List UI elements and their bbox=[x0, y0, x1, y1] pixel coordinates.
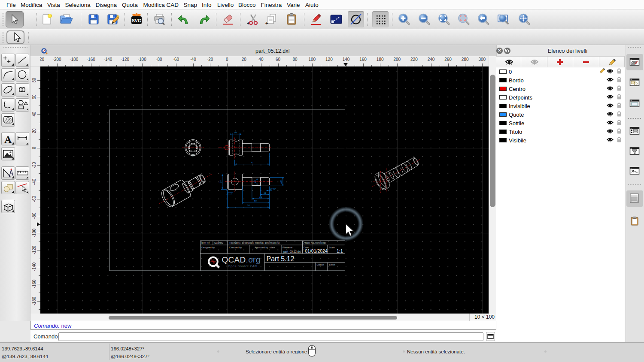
svg-text:1x45°: 1x45° bbox=[270, 187, 276, 190]
svg-text:.:: .: bbox=[253, 265, 255, 268]
svg-text:SVG: SVG bbox=[132, 18, 141, 23]
svg-text:Approved by - date: Approved by - date bbox=[255, 246, 275, 249]
svg-text:Item ref: Item ref bbox=[201, 241, 210, 244]
svg-text:18: 18 bbox=[219, 180, 222, 183]
svg-text:41: 41 bbox=[251, 161, 253, 164]
svg-text:Article No./Reference: Article No./Reference bbox=[304, 241, 326, 244]
svg-text:A: A bbox=[4, 133, 12, 145]
svg-text:Edition: Edition bbox=[317, 263, 324, 266]
svg-text:Checked by: Checked by bbox=[229, 246, 242, 249]
svg-text:ø10: ø10 bbox=[280, 180, 283, 184]
svg-text:Filename: Filename bbox=[283, 246, 292, 249]
svg-text:1x45°: 1x45° bbox=[227, 191, 233, 194]
svg-text:32: 32 bbox=[254, 200, 257, 202]
svg-text:ø9: ø9 bbox=[254, 180, 256, 183]
svg-text:Part 5.12: Part 5.12 bbox=[267, 255, 295, 262]
svg-text:11: 11 bbox=[264, 192, 266, 194]
svg-text:Sheet: Sheet bbox=[329, 263, 335, 266]
svg-text:part_05.12.dxf: part_05.12.dxf bbox=[283, 250, 301, 253]
svg-text:QCAD.org: QCAD.org bbox=[222, 255, 261, 264]
svg-text:01/01/2024: 01/01/2024 bbox=[305, 248, 328, 253]
svg-text::: : bbox=[226, 265, 227, 268]
svg-text:1:1: 1:1 bbox=[337, 248, 343, 253]
svg-text:Designed by: Designed by bbox=[201, 246, 215, 249]
svg-text:Scale: Scale bbox=[329, 246, 335, 249]
svg-text:+: + bbox=[265, 21, 268, 26]
svg-text:Quantity: Quantity bbox=[214, 241, 223, 244]
svg-text:21: 21 bbox=[259, 196, 262, 198]
svg-text:50: 50 bbox=[247, 204, 250, 207]
svg-text:Title/Name, destination, mater: Title/Name, destination, material, dimen… bbox=[229, 241, 280, 244]
svg-text:ø8: ø8 bbox=[234, 131, 237, 134]
